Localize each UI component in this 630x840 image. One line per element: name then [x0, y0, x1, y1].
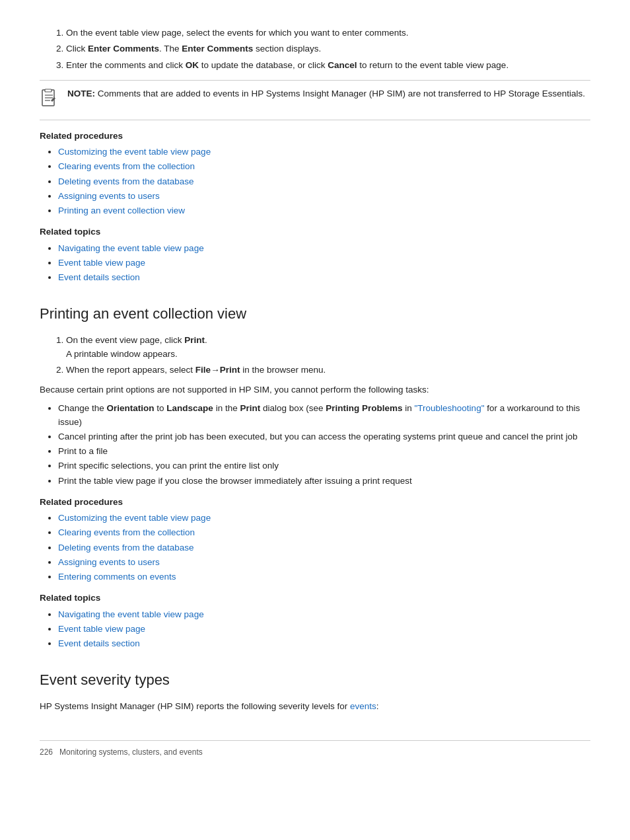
link-assigning-2[interactable]: Assigning events to users	[58, 557, 160, 567]
link-event-table-2[interactable]: Event table view page	[58, 624, 145, 634]
list-item: Event details section	[58, 271, 590, 284]
list-item: Event table view page	[58, 623, 590, 636]
list-item: Event table view page	[58, 256, 590, 270]
intro-steps: On the event table view page, select the…	[66, 26, 590, 72]
orientation-bold: Orientation	[107, 403, 155, 413]
related-topics-1-list: Navigating the event table view page Eve…	[58, 242, 590, 285]
list-item: Print specific selections, you can print…	[58, 459, 590, 473]
list-item: Navigating the event table view page	[58, 608, 590, 621]
list-item: Printing an event collection view	[58, 204, 590, 217]
link-printing-1[interactable]: Printing an event collection view	[58, 206, 185, 215]
note-label: NOTE:	[67, 89, 95, 98]
landscape-bold: Landscape	[166, 403, 213, 413]
print-bold-2: Print	[220, 365, 240, 375]
link-event-table-1[interactable]: Event table view page	[58, 258, 145, 268]
link-customizing-2[interactable]: Customizing the event table view page	[58, 513, 211, 523]
print-steps: On the event view page, click Print. A p…	[66, 334, 590, 377]
intro-step-2: Click Enter Comments. The Enter Comments…	[66, 42, 590, 56]
link-navigating-2[interactable]: Navigating the event table view page	[58, 609, 204, 619]
link-clearing-1[interactable]: Clearing events from the collection	[58, 161, 195, 171]
print-step-2: When the report appears, select File→Pri…	[66, 363, 590, 377]
list-item: Print to a file	[58, 445, 590, 458]
cancel-bold: Cancel	[328, 60, 357, 70]
list-item: Assigning events to users	[58, 190, 590, 203]
svg-rect-1	[45, 89, 52, 92]
intro-step-3: Enter the comments and click OK to updat…	[66, 59, 590, 72]
printing-problems-bold: Printing Problems	[326, 403, 402, 413]
list-item: Event details section	[58, 637, 590, 650]
list-item: Navigating the event table view page	[58, 242, 590, 255]
related-procedures-1-label: Related procedures	[40, 130, 590, 143]
troubleshooting-link[interactable]: "Troubleshooting"	[415, 403, 485, 413]
link-customizing-1[interactable]: Customizing the event table view page	[58, 147, 211, 157]
print-step-1-sub: A printable window appears.	[66, 349, 178, 359]
list-item: Cancel printing after the print job has …	[58, 430, 590, 443]
list-item: Assigning events to users	[58, 556, 590, 569]
related-topics-1-label: Related topics	[40, 225, 590, 239]
print-intro-text: Because certain print options are not su…	[40, 383, 590, 397]
list-item: Customizing the event table view page	[58, 145, 590, 159]
link-deleting-1[interactable]: Deleting events from the database	[58, 176, 194, 186]
events-link[interactable]: events	[350, 701, 376, 711]
note-icon	[40, 89, 58, 113]
footer-text: Monitoring systems, clusters, and events	[59, 747, 203, 757]
section1-heading: Printing an event collection view	[40, 303, 590, 325]
list-item: Change the Orientation to Landscape in t…	[58, 402, 590, 429]
print-bold-3: Print	[240, 403, 260, 413]
print-bold: Print	[184, 335, 205, 345]
link-assigning-1[interactable]: Assigning events to users	[58, 191, 160, 201]
link-event-details-2[interactable]: Event details section	[58, 638, 140, 648]
related-procedures-1-list: Customizing the event table view page Cl…	[58, 145, 590, 217]
footer-page: 226	[40, 747, 53, 757]
link-navigating-1[interactable]: Navigating the event table view page	[58, 243, 204, 253]
enter-comments-bold-2: Enter Comments	[182, 44, 253, 54]
intro-step-1: On the event table view page, select the…	[66, 26, 590, 40]
ok-bold: OK	[186, 60, 199, 70]
list-item: Print the table view page if you close t…	[58, 475, 590, 488]
section2-heading: Event severity types	[40, 669, 590, 691]
related-topics-2-label: Related topics	[40, 592, 590, 605]
print-step-1: On the event view page, click Print. A p…	[66, 334, 590, 361]
link-event-details-1[interactable]: Event details section	[58, 272, 140, 282]
print-bullets-list: Change the Orientation to Landscape in t…	[58, 402, 590, 488]
link-deleting-2[interactable]: Deleting events from the database	[58, 543, 194, 553]
list-item: Clearing events from the collection	[58, 526, 590, 539]
list-item: Deleting events from the database	[58, 541, 590, 554]
list-item: Clearing events from the collection	[58, 160, 590, 173]
list-item: Customizing the event table view page	[58, 512, 590, 525]
link-clearing-2[interactable]: Clearing events from the collection	[58, 527, 195, 537]
related-procedures-2-list: Customizing the event table view page Cl…	[58, 512, 590, 584]
file-bold: File	[195, 365, 211, 375]
note-body: Comments that are added to events in HP …	[95, 89, 585, 98]
footer: 226 Monitoring systems, clusters, and ev…	[40, 740, 590, 758]
related-procedures-2-label: Related procedures	[40, 496, 590, 509]
enter-comments-bold-1: Enter Comments	[88, 44, 159, 54]
section2-intro: HP Systems Insight Manager (HP SIM) repo…	[40, 700, 590, 713]
related-topics-2-list: Navigating the event table view page Eve…	[58, 608, 590, 651]
link-entering-comments[interactable]: Entering comments on events	[58, 572, 176, 582]
note-box: NOTE: Comments that are added to events …	[40, 80, 590, 120]
list-item: Deleting events from the database	[58, 175, 590, 188]
note-content: NOTE: Comments that are added to events …	[67, 87, 585, 100]
list-item: Entering comments on events	[58, 570, 590, 584]
